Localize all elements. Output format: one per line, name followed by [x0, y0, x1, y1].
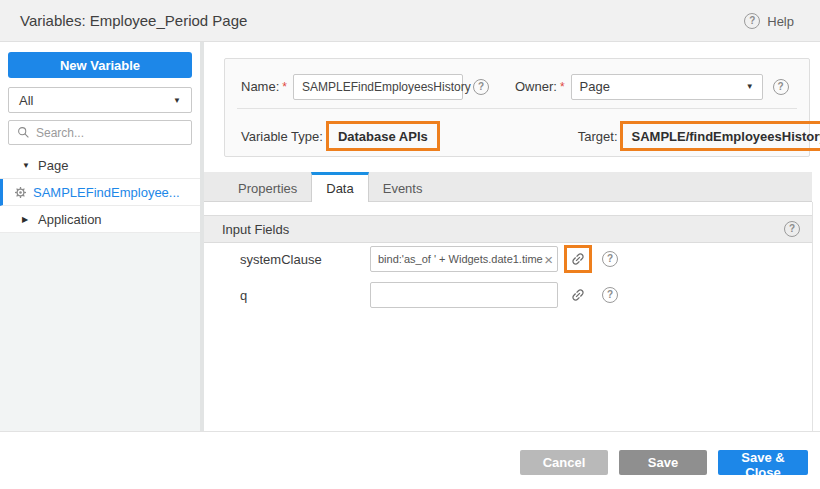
owner-help-icon[interactable]: ? — [773, 79, 789, 95]
help-icon[interactable]: ? — [744, 13, 760, 29]
save-and-close-button[interactable]: Save & Close — [718, 450, 808, 475]
panel-divider — [237, 108, 797, 109]
systemclause-field[interactable]: bind:'as_of ' + Widgets.date1.timestam × — [370, 246, 558, 272]
chevron-down-icon: ▼ — [746, 82, 754, 91]
sidebar-empty-area — [0, 233, 200, 431]
target-label: Target: — [578, 129, 618, 144]
content-right-border — [812, 202, 813, 431]
tree-item-label: SAMPLEFindEmployee... — [33, 185, 180, 200]
search-input[interactable] — [36, 126, 183, 140]
tree-group-application[interactable]: ▶ Application — [0, 206, 200, 233]
variable-filter-dropdown[interactable]: All ▼ — [8, 87, 192, 113]
input-fields-help-icon[interactable]: ? — [784, 221, 800, 237]
tab-properties[interactable]: Properties — [224, 172, 311, 201]
caret-right-icon[interactable]: ▶ — [22, 215, 38, 224]
q-bind-button[interactable] — [564, 281, 592, 309]
variable-type-label: Variable Type: — [241, 129, 323, 144]
variable-editor-panel: Name: * SAMPLEFindEmployeesHistory ? Own… — [204, 42, 820, 431]
help-label[interactable]: Help — [767, 14, 794, 29]
variables-tree: ▼ Page SAMPLEFindEmployee... ▶ — [0, 152, 200, 233]
variables-sidebar: New Variable All ▼ ▼ Page — [0, 42, 200, 431]
variable-filter-value: All — [19, 93, 33, 108]
input-fields-header: Input Fields ? — [204, 215, 812, 243]
input-fields-title: Input Fields — [222, 222, 289, 237]
cancel-button[interactable]: Cancel — [520, 450, 608, 475]
service-variable-gear-icon — [14, 186, 27, 199]
name-value: SAMPLEFindEmployeesHistory — [302, 80, 471, 94]
dialog-footer: Cancel Save Save & Close — [0, 431, 820, 489]
owner-required-marker: * — [560, 80, 565, 94]
q-help-icon[interactable]: ? — [602, 287, 618, 303]
new-variable-button[interactable]: New Variable — [8, 52, 192, 78]
variables-dialog: Variables: Employee_Period Page ? Help N… — [0, 0, 820, 489]
target-highlight: SAMPLE/findEmployeesHistory — [620, 121, 820, 151]
owner-label: Owner: — [515, 79, 557, 94]
target-value: SAMPLE/findEmployeesHistory — [632, 129, 820, 144]
systemclause-bind-button[interactable] — [564, 245, 592, 273]
tree-group-page-label: Page — [38, 158, 68, 173]
help-button[interactable]: ? Help — [744, 0, 794, 42]
tree-item-selected-variable[interactable]: SAMPLEFindEmployee... — [0, 179, 200, 206]
systemclause-label: systemClause — [240, 252, 370, 267]
input-field-row: systemClause bind:'as_of ' + Widgets.dat… — [204, 246, 812, 272]
name-help-icon[interactable]: ? — [473, 79, 489, 95]
caret-down-icon[interactable]: ▼ — [22, 161, 38, 170]
q-label: q — [240, 288, 370, 303]
save-button[interactable]: Save — [619, 450, 707, 475]
tab-data[interactable]: Data — [311, 172, 368, 202]
name-required-marker: * — [282, 80, 287, 94]
search-icon — [17, 126, 30, 139]
q-field[interactable] — [370, 282, 558, 308]
variable-summary-panel: Name: * SAMPLEFindEmployeesHistory ? Own… — [224, 58, 810, 157]
editor-tabbar: Properties Data Events — [204, 172, 812, 202]
page-title: Variables: Employee_Period Page — [20, 12, 247, 29]
title-bar: Variables: Employee_Period Page ? Help — [0, 0, 820, 42]
tab-events[interactable]: Events — [369, 172, 437, 201]
owner-value: Page — [580, 79, 610, 94]
chevron-down-icon: ▼ — [173, 96, 181, 105]
bind-link-icon — [567, 248, 590, 271]
tree-group-application-label: Application — [38, 212, 102, 227]
variable-type-value: Database APIs — [338, 129, 428, 144]
owner-dropdown[interactable]: Page ▼ — [571, 74, 763, 100]
name-label: Name: — [241, 79, 279, 94]
input-field-row: q ? — [204, 282, 812, 308]
systemclause-help-icon[interactable]: ? — [602, 251, 618, 267]
clear-binding-icon[interactable]: × — [543, 252, 554, 267]
variable-type-highlight: Database APIs — [326, 121, 440, 151]
bind-link-icon — [567, 284, 590, 307]
tree-group-page[interactable]: ▼ Page — [0, 152, 200, 179]
name-field[interactable]: SAMPLEFindEmployeesHistory — [293, 74, 463, 100]
systemclause-value: bind:'as_of ' + Widgets.date1.timestam — [378, 253, 543, 265]
variable-search[interactable] — [8, 120, 192, 145]
